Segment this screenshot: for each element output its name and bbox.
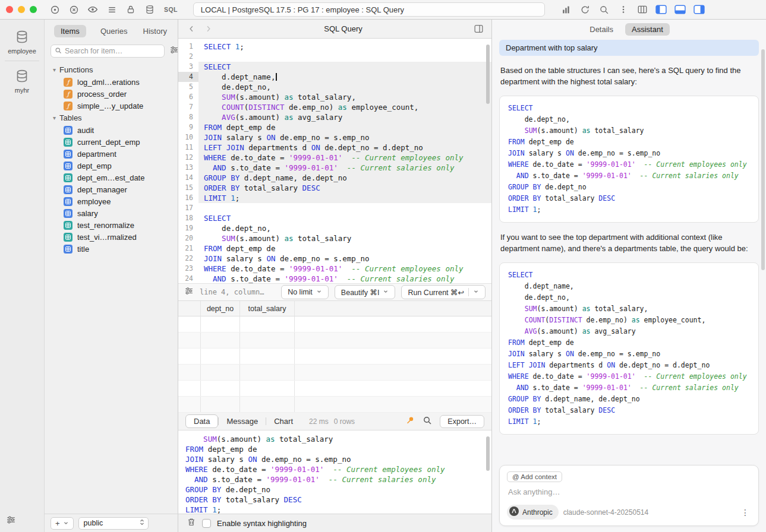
- rail-settings-button[interactable]: [6, 515, 16, 527]
- editor-line[interactable]: 9FROM dept_emp de: [178, 122, 491, 132]
- editor-line[interactable]: 18SELECT: [178, 213, 491, 223]
- editor-line[interactable]: 1SELECT 1;: [178, 42, 491, 52]
- composer-menu-icon[interactable]: ⋮: [739, 508, 751, 517]
- close-window-button[interactable]: [6, 6, 13, 13]
- pin-icon[interactable]: [405, 416, 415, 428]
- trash-icon[interactable]: [187, 517, 196, 529]
- conversation-topic[interactable]: Department with top salary: [499, 40, 759, 56]
- table-row[interactable]: [178, 332, 491, 349]
- forward-button[interactable]: [200, 22, 216, 36]
- sidebar-item-current-dept-emp[interactable]: current_dept_emp: [45, 136, 178, 148]
- syntax-highlighting-checkbox[interactable]: [202, 519, 211, 528]
- schema-select[interactable]: public: [78, 517, 149, 530]
- columns-layout-icon[interactable]: [634, 2, 651, 17]
- tab-chart[interactable]: Chart: [266, 415, 301, 428]
- filter-icon[interactable]: [169, 45, 179, 57]
- editor-line[interactable]: 21FROM dept_emp de: [178, 243, 491, 254]
- section-tables[interactable]: ▾Tables: [45, 112, 178, 124]
- editor-line[interactable]: 24 AND s.to_date = '9999-01-01' -- Curre…: [178, 274, 491, 283]
- beautify-button[interactable]: Beautify ⌘I: [335, 285, 396, 299]
- add-context-button[interactable]: @ Add context: [507, 471, 562, 482]
- tab-details[interactable]: Details: [588, 23, 614, 36]
- editor-line[interactable]: 14GROUP BY d.dept_name, de.dept_no: [178, 173, 491, 183]
- tab-history[interactable]: History: [142, 25, 168, 37]
- prompt-input[interactable]: [508, 487, 752, 496]
- sidebar-item-dept-manager[interactable]: dept_manager: [45, 183, 178, 195]
- editor-line[interactable]: 13 AND s.to_date = '9999-01-01' -- Curre…: [178, 163, 491, 173]
- editor-line[interactable]: 7 COUNT(DISTINCT de.emp_no) as employee_…: [178, 102, 491, 112]
- editor-line[interactable]: 10JOIN salary s ON de.emp_no = s.emp_no: [178, 132, 491, 142]
- editor-settings-icon[interactable]: [184, 286, 194, 298]
- export-button[interactable]: Export…: [440, 415, 484, 428]
- sidebar-item-process-order[interactable]: ƒprocess_order: [45, 88, 178, 100]
- table-row[interactable]: [178, 316, 491, 332]
- editor-line[interactable]: 3SELECT: [178, 62, 491, 72]
- editor-line[interactable]: 12WHERE de.to_date = '9999-01-01' -- Cur…: [178, 153, 491, 163]
- preview-scrollbar[interactable]: [486, 436, 490, 471]
- column-header-total_salary[interactable]: total_salary: [240, 301, 295, 316]
- tab-assistant[interactable]: Assistant: [625, 23, 670, 36]
- search-field[interactable]: [51, 45, 165, 58]
- run-current-button[interactable]: Run Current ⌘↩: [401, 285, 486, 299]
- sidebar-item-audit[interactable]: audit: [45, 124, 178, 136]
- section-functions[interactable]: ▾Functions: [45, 64, 178, 76]
- sql-editor[interactable]: 1SELECT 1;23SELECT4 d.dept_name,5 de.dep…: [178, 39, 491, 283]
- sidebar-item-log-dml-erations[interactable]: ƒlog_dml…erations: [45, 76, 178, 88]
- lock-icon[interactable]: [122, 2, 139, 17]
- editor-line[interactable]: 11LEFT JOIN departments d ON de.dept_no …: [178, 142, 491, 153]
- tab-items[interactable]: Items: [54, 25, 86, 37]
- search-icon[interactable]: [596, 2, 613, 17]
- search-input[interactable]: [65, 47, 160, 55]
- tab-sql-query[interactable]: SQL Query: [216, 24, 470, 33]
- disconnect-icon[interactable]: [65, 2, 82, 17]
- editor-line[interactable]: 4 d.dept_name,: [178, 72, 491, 82]
- sidebar-item-salary[interactable]: salary: [45, 207, 178, 219]
- toggle-right-panel-icon[interactable]: [691, 2, 708, 17]
- add-item-button[interactable]: +: [51, 517, 74, 530]
- toggle-left-panel-icon[interactable]: [653, 2, 670, 17]
- editor-line[interactable]: 15ORDER BY total_salary DESC: [178, 183, 491, 193]
- split-view-icon[interactable]: [470, 22, 487, 36]
- database-icon[interactable]: [141, 2, 158, 17]
- table-row[interactable]: [178, 381, 491, 397]
- editor-line[interactable]: 20 SUM(s.amount) as total_salary: [178, 233, 491, 243]
- sidebar-item-test-renormalize[interactable]: test_renormalize: [45, 219, 178, 231]
- sidebar-item-simple-y-update[interactable]: ƒsimple_…y_update: [45, 100, 178, 112]
- assistant-scrollbar[interactable]: [761, 49, 765, 270]
- refresh-icon[interactable]: [577, 2, 594, 17]
- more-icon[interactable]: [615, 2, 632, 17]
- provider-select[interactable]: Anthropic: [507, 505, 559, 520]
- tab-message[interactable]: Message: [219, 415, 266, 428]
- editor-line[interactable]: 16LIMIT 1;: [178, 193, 491, 203]
- editor-line[interactable]: 6 SUM(s.amount) as total_salary,: [178, 92, 491, 102]
- editor-line[interactable]: 23WHERE de.to_date = '9999-01-01' -- Cur…: [178, 264, 491, 274]
- table-list-icon[interactable]: [103, 2, 120, 17]
- tab-queries[interactable]: Queries: [99, 25, 129, 37]
- sidebar-item-title[interactable]: title: [45, 243, 178, 255]
- eye-icon[interactable]: [84, 2, 101, 17]
- back-button[interactable]: [183, 22, 200, 36]
- search-results-icon[interactable]: [423, 416, 432, 428]
- tab-data[interactable]: Data: [185, 414, 218, 428]
- sidebar-item-test-vi-rmalized[interactable]: test_vi…rmalized: [45, 231, 178, 243]
- editor-line[interactable]: 22JOIN salary s ON de.emp_no = s.emp_no: [178, 254, 491, 264]
- editor-line[interactable]: 8 AVG(s.amount) as avg_salary: [178, 112, 491, 122]
- target-icon[interactable]: [46, 2, 63, 17]
- limit-select[interactable]: No limit: [281, 285, 329, 299]
- toggle-bottom-panel-icon[interactable]: [672, 2, 689, 17]
- sidebar-item-department[interactable]: department: [45, 148, 178, 160]
- editor-line[interactable]: 19 de.dept_no,: [178, 223, 491, 233]
- minimize-window-button[interactable]: [18, 6, 25, 13]
- chart-icon[interactable]: [558, 2, 575, 17]
- table-row[interactable]: [178, 397, 491, 413]
- editor-scrollbar[interactable]: [486, 45, 490, 104]
- sidebar-item-employee[interactable]: employee: [45, 195, 178, 207]
- sidebar-item-dept-emp[interactable]: dept_emp: [45, 160, 178, 172]
- connection-employee[interactable]: employee: [0, 24, 44, 58]
- editor-line[interactable]: 2: [178, 52, 491, 62]
- table-row[interactable]: [178, 349, 491, 365]
- column-header-dept_no[interactable]: dept_no: [201, 301, 240, 316]
- editor-line[interactable]: 5 de.dept_no,: [178, 82, 491, 92]
- sidebar-item-dept-em-est-date[interactable]: dept_em…est_date: [45, 172, 178, 183]
- zoom-window-button[interactable]: [30, 6, 37, 13]
